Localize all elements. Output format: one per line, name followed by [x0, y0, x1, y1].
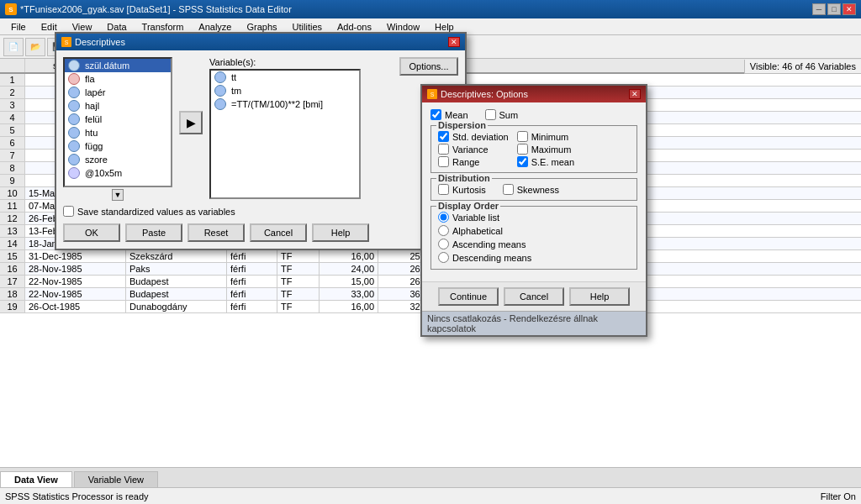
- minimum-checkbox[interactable]: [517, 131, 528, 142]
- dialog-icon: S: [61, 37, 71, 47]
- options-cancel-button[interactable]: Cancel: [504, 287, 564, 306]
- save-standardized-checkbox[interactable]: [63, 206, 74, 217]
- mean-label: Mean: [445, 110, 468, 120]
- kurtosis-label: Kurtosis: [452, 185, 486, 195]
- range-label: Range: [452, 157, 479, 167]
- mean-checkbox-row: Mean: [430, 109, 468, 120]
- status-filter: Filter On: [821, 491, 856, 501]
- conn-bar: Nincs csatlakozás - Rendelkezésre állnak…: [422, 311, 646, 335]
- mean-checkbox[interactable]: [430, 109, 441, 120]
- maximum-row: Maximum: [517, 144, 574, 155]
- radio-alphabetical-label: Alphabetical: [452, 226, 503, 236]
- descriptives-dialog: S Descriptives ✕ szül.dátum fla: [55, 32, 467, 250]
- options-title-text: Descriptives: Options: [441, 89, 528, 99]
- var-felul: felül: [85, 114, 102, 124]
- listbox-item[interactable]: htu: [65, 126, 171, 139]
- maximum-checkbox[interactable]: [517, 144, 528, 155]
- listbox-item[interactable]: lapér: [65, 86, 171, 99]
- options-button[interactable]: Options...: [399, 57, 458, 76]
- minimum-label: Minimum: [531, 132, 569, 142]
- kurtosis-checkbox[interactable]: [438, 184, 449, 195]
- ok-button[interactable]: OK: [63, 223, 120, 242]
- tab-data-view[interactable]: Data View: [0, 471, 72, 487]
- radio-variable-list: Variable list: [438, 212, 630, 223]
- radio-variable-list-input[interactable]: [438, 212, 449, 223]
- toolbar-new[interactable]: 📄: [3, 38, 24, 56]
- descriptives-title-bar: S Descriptives ✕: [56, 34, 465, 50]
- descriptives-title: Descriptives: [75, 37, 125, 47]
- radio-descending-input[interactable]: [438, 252, 449, 263]
- cancel-button[interactable]: Cancel: [250, 223, 307, 242]
- radio-alphabetical: Alphabetical: [438, 225, 630, 236]
- dialog-buttons: OK Paste Reset Cancel Help: [63, 223, 458, 242]
- listbox-item[interactable]: szore: [65, 153, 171, 166]
- help-button[interactable]: Help: [312, 223, 369, 242]
- listbox-item[interactable]: szül.dátum: [65, 59, 171, 72]
- toolbar-open[interactable]: 📂: [25, 38, 45, 56]
- target-item-tt[interactable]: tt: [211, 71, 359, 84]
- stddev-checkbox[interactable]: [438, 131, 449, 142]
- radio-descending-label: Descending means: [452, 253, 531, 263]
- options-help-button[interactable]: Help: [569, 287, 630, 306]
- skewness-row: Skewness: [503, 184, 559, 195]
- options-close[interactable]: ✕: [629, 89, 641, 99]
- options-dialog-icon: S: [427, 89, 437, 99]
- app-icon: S: [5, 3, 17, 15]
- variance-checkbox[interactable]: [438, 144, 449, 155]
- semean-label: S.E. mean: [531, 157, 574, 167]
- var-10x5m: @10x5m: [85, 168, 122, 178]
- target-item-tm[interactable]: tm: [211, 84, 359, 97]
- display-order-title: Display Order: [436, 201, 500, 211]
- radio-alphabetical-input[interactable]: [438, 225, 449, 236]
- reset-button[interactable]: Reset: [188, 223, 245, 242]
- var-fugg: függ: [85, 141, 103, 151]
- options-dialog: S Descriptives: Options ✕ Mean Sum Dispe…: [420, 84, 647, 337]
- var-szul: szül.dátum: [85, 60, 129, 71]
- save-label: Save standardized values as variables: [77, 207, 235, 217]
- sum-label: Sum: [499, 110, 519, 120]
- semean-checkbox[interactable]: [517, 156, 528, 167]
- listbox-item[interactable]: fla: [65, 72, 171, 86]
- source-listbox[interactable]: szül.dátum fla lapér hajl: [63, 57, 172, 187]
- menu-file[interactable]: File: [3, 19, 34, 34]
- radio-ascending-input[interactable]: [438, 239, 449, 249]
- visible-label: Visible: 46 of 46 Variables: [744, 60, 861, 74]
- radio-ascending-label: Ascending means: [452, 239, 526, 249]
- listbox-item[interactable]: @10x5m: [65, 166, 171, 180]
- listbox-item[interactable]: függ: [65, 139, 171, 153]
- range-checkbox[interactable]: [438, 156, 449, 167]
- minimum-row: Minimum: [517, 131, 574, 142]
- var-hajl: hajl: [85, 101, 99, 111]
- variance-label: Variance: [452, 144, 489, 155]
- range-row: Range: [438, 156, 509, 167]
- listbox-item[interactable]: hajl: [65, 99, 171, 113]
- options-footer: Continue Cancel Help: [422, 281, 646, 311]
- skewness-label: Skewness: [517, 185, 559, 195]
- window-controls: ─ □ ✕: [812, 3, 856, 15]
- maximize-btn[interactable]: □: [827, 3, 841, 15]
- target-item-bmi[interactable]: =TT/(TM/100)**2 [bmi]: [211, 97, 359, 111]
- variables-label: Variable(s):: [209, 57, 393, 67]
- window-title: *TFunisex2006_gyak.sav [DataSet1] - SPSS…: [20, 4, 292, 14]
- stddev-label: Std. deviation: [452, 132, 509, 142]
- descriptives-close[interactable]: ✕: [448, 37, 460, 47]
- display-order-group: Display Order Variable list Alphabetical…: [430, 206, 637, 270]
- sum-checkbox[interactable]: [485, 109, 496, 120]
- paste-button[interactable]: Paste: [125, 223, 182, 242]
- options-title-bar: S Descriptives: Options ✕: [422, 86, 646, 102]
- variance-row: Variance: [438, 144, 509, 155]
- listbox-item[interactable]: felül: [65, 113, 171, 126]
- skewness-checkbox[interactable]: [503, 184, 514, 195]
- sum-checkbox-row: Sum: [485, 109, 519, 120]
- close-btn[interactable]: ✕: [843, 3, 856, 15]
- title-bar: S *TFunisex2006_gyak.sav [DataSet1] - SP…: [0, 0, 861, 18]
- tab-variable-view[interactable]: Variable View: [74, 471, 158, 487]
- radio-variable-list-label: Variable list: [452, 213, 499, 223]
- listbox-scroll-down[interactable]: ▼: [112, 189, 124, 201]
- target-listbox[interactable]: tt tm =TT/(TM/100)**2 [bmi]: [209, 69, 361, 199]
- dispersion-group: Dispersion Std. deviation Variance Range: [430, 125, 637, 173]
- distribution-group: Distribution Kurtosis Skewness: [430, 178, 637, 201]
- minimize-btn[interactable]: ─: [812, 3, 826, 15]
- move-vars-arrow[interactable]: ▶: [179, 111, 203, 134]
- continue-button[interactable]: Continue: [438, 287, 499, 306]
